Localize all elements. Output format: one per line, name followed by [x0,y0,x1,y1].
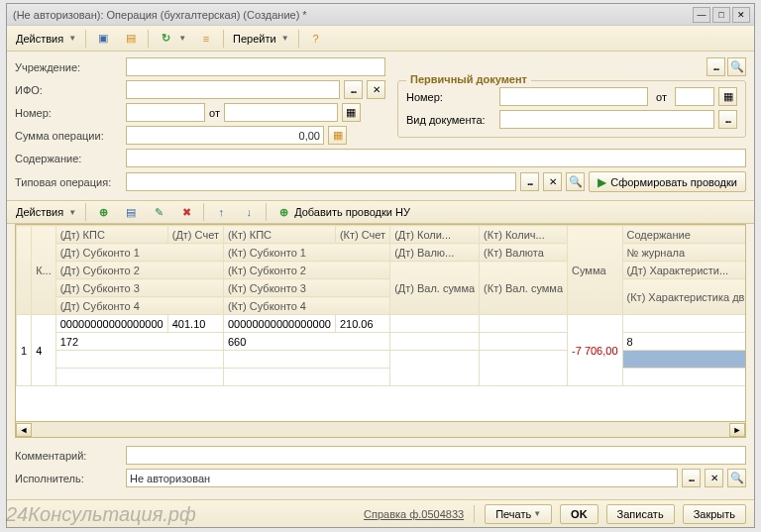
table-header-row: (Дт) Субконто 2 (Кт) Субконто 2 (Дт) Вал… [17,262,747,279]
horizontal-scrollbar[interactable]: ◄ ► [15,422,746,438]
pd-doctype-input[interactable] [499,110,714,129]
typical-clear-button[interactable]: ✕ [543,172,562,191]
delete-row-button[interactable]: ✖ [173,202,199,222]
calendar-icon: ▦ [723,90,733,103]
sum-label: Сумма операции: [15,130,122,142]
print-button[interactable]: Печать▼ [485,504,552,524]
edit-row-button[interactable]: ✎ [146,202,171,222]
scroll-right-button[interactable]: ► [729,423,745,437]
maximize-button[interactable]: □ [712,7,730,23]
generate-button[interactable]: ▶ Сформировать проводки [589,171,746,192]
copy-row-button[interactable]: ▤ [118,202,144,222]
scroll-left-button[interactable]: ◄ [16,423,32,437]
executor-clear-button[interactable]: ✕ [705,469,723,487]
toolbar-btn-2[interactable]: ▤ [118,29,144,49]
content-label: Содержание: [15,153,122,164]
grid[interactable]: К... (Дт) КПС (Дт) Счет (Кт) КПС (Кт) Сч… [15,224,746,422]
ifo-clear-button[interactable]: ✕ [367,80,385,99]
copy-icon: ▤ [123,204,139,220]
grid-actions-dropdown[interactable]: Действия▼ [11,202,81,222]
calculator-icon: ▦ [333,129,343,142]
refresh-icon: ↻ [158,31,173,47]
reference-link[interactable]: Справка ф.0504833 [364,508,464,520]
titlebar: (Не авторизован): Операция (бухгалтерска… [7,4,754,26]
institution-select-button[interactable]: ... [707,57,725,76]
pd-doctype-label: Вид документа: [406,114,495,126]
sum-calc-button[interactable]: ▦ [328,126,347,145]
table-row[interactable]: 172 660 8 [17,333,747,351]
number-label: Номер: [15,107,122,119]
add-nu-button[interactable]: ⊕Добавить проводки НУ [271,202,415,222]
document-icon: ▣ [95,31,111,47]
magnify-icon: 🔍 [569,175,583,188]
primary-doc-title: Первичный документ [406,73,531,85]
table-header-row: (Дт) Субконто 3 (Кт) Субконто 3 (Кт) Хар… [17,279,747,297]
pd-doctype-select-button[interactable]: ... [718,110,737,129]
typical-open-button[interactable]: 🔍 [566,172,585,191]
add-icon: ⊕ [275,204,291,220]
number-input[interactable] [126,103,205,122]
play-icon: ▶ [598,175,606,189]
magnify-icon: 🔍 [730,60,744,73]
table-row[interactable] [17,369,747,386]
move-up-button[interactable]: ↑ [208,202,234,222]
content-input[interactable] [126,149,746,167]
toolbar-btn-4[interactable]: ≡ [193,29,219,49]
toolbar-btn-1[interactable]: ▣ [90,29,116,49]
add-icon: ⊕ [95,204,111,220]
comment-input[interactable] [126,446,746,465]
add-row-button[interactable]: ⊕ [90,202,116,222]
folder-icon: ▤ [123,31,139,47]
date-input[interactable] [224,103,338,122]
main-toolbar: Действия▼ ▣ ▤ ↻▼ ≡ Перейти▼ ? [7,26,754,52]
pd-date-input[interactable] [675,87,714,106]
institution-label: Учреждение: [15,61,122,73]
list-icon: ≡ [198,31,214,47]
window: (Не авторизован): Операция (бухгалтерска… [6,3,755,528]
magnify-icon: 🔍 [730,472,744,484]
toolbar-btn-3[interactable]: ↻▼ [153,29,191,49]
executor-input[interactable]: Не авторизован [126,469,678,487]
actions-dropdown[interactable]: Действия▼ [11,29,81,49]
pd-number-label: Номер: [406,91,495,103]
close-button[interactable]: ✕ [732,7,750,23]
institution-open-button[interactable]: 🔍 [727,57,746,76]
help-button[interactable]: ? [303,29,329,49]
move-down-button[interactable]: ↓ [236,202,262,222]
executor-open-button[interactable]: 🔍 [727,469,746,487]
sum-input[interactable]: 0,00 [126,126,324,145]
table-row[interactable] [17,351,747,369]
goto-dropdown[interactable]: Перейти▼ [228,29,294,49]
grid-toolbar: Действия▼ ⊕ ▤ ✎ ✖ ↑ ↓ ⊕Добавить проводки… [7,200,754,224]
help-icon: ? [308,31,324,47]
executor-select-button[interactable]: ... [682,469,701,487]
executor-label: Исполнитель: [15,473,122,484]
ifo-input[interactable] [126,80,340,99]
primary-doc-fieldset: Первичный документ Номер: от ▦ Вид докум… [397,80,746,138]
typical-label: Типовая операция: [15,176,122,188]
typical-select-button[interactable]: ... [520,172,539,191]
pd-from-label: от [656,91,667,103]
from-label: от [209,107,220,119]
minimize-button[interactable]: — [693,7,710,23]
bottom-form: Комментарий: Исполнитель: Не авторизован… [7,438,754,495]
pd-number-input[interactable] [499,87,648,106]
form-area: Учреждение: ИФО: ... ✕ Номер: от ▦ [7,52,754,198]
pd-date-picker-button[interactable]: ▦ [718,87,737,106]
ifo-select-button[interactable]: ... [344,80,363,99]
date-picker-button[interactable]: ▦ [342,103,361,122]
footer: Справка ф.0504833 Печать▼ OK Записать За… [7,499,754,527]
ok-button[interactable]: OK [560,504,598,524]
table-row[interactable]: 1 4 00000000000000000 401.10 00000000000… [17,315,747,333]
comment-label: Комментарий: [15,450,122,462]
down-icon: ↓ [241,204,257,220]
delete-icon: ✖ [178,204,194,220]
table-header-row: К... (Дт) КПС (Дт) Счет (Кт) КПС (Кт) Сч… [17,226,747,244]
table-header-row: (Дт) Субконто 1 (Кт) Субконто 1 (Дт) Вал… [17,244,747,262]
up-icon: ↑ [213,204,229,220]
institution-input[interactable] [126,57,385,76]
save-button[interactable]: Записать [606,504,675,524]
typical-input[interactable] [126,172,516,191]
calendar-icon: ▦ [346,106,356,119]
close-window-button[interactable]: Закрыть [683,504,746,524]
